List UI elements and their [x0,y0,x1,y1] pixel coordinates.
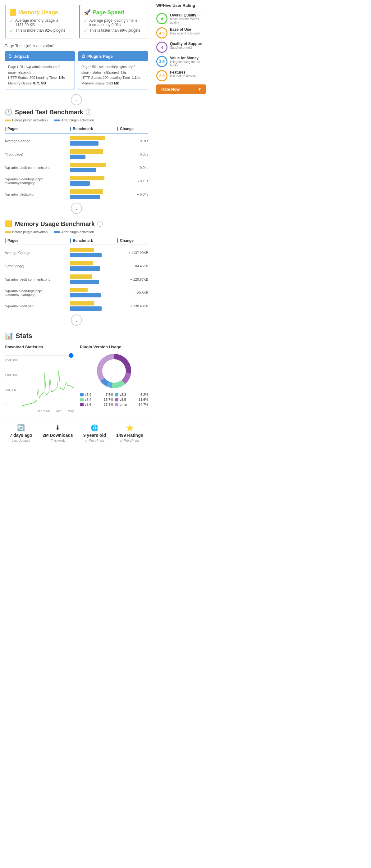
jetpack-header: 🗒 Jetpack [5,52,75,61]
rating-circle-features: 3.5 [156,70,168,81]
speedometer-icon: 🕐 [5,108,12,116]
jetpack-body: Page URL: /wp-admin/admin.php?page=jetpa… [5,61,75,89]
bench-bar-after [70,266,100,271]
memory-icon: 🟨 [10,9,17,16]
list-item: v7.9 7.5% [80,393,113,397]
speed-benchmark-rows: Average Change + 0.01s /(front page) - 0… [5,136,148,199]
bench-bar-after [70,280,99,284]
memory-usage-card: 🟨 Memory Usage ✓ Average memory usage is… [5,5,74,39]
bench-bars [70,189,114,199]
sidebar: WPHive User Rating 4 Overall Quality Mea… [153,0,209,452]
version-stats-title: Plugin Version Usage [80,345,148,349]
memory-yellow-dot [5,231,11,233]
bench-change-value: + 120.8KB [117,291,148,294]
check-icon-2: ✓ [10,28,13,33]
bench-change-value: - 0.19s [117,179,148,183]
bench-page-label: Average Change [5,139,67,143]
table-row: Average Change + 0.01s [5,136,148,146]
bench-bars [70,261,114,271]
version-pct: 5.2% [140,393,148,397]
download-stats-panel: Download Statistics 1,500,000 1,000,000 … [5,345,74,413]
bench-bar-after [70,141,98,146]
pages-col-header: Pages [5,127,67,131]
footer-icon-downloads: ⬇ [55,424,60,432]
speed-info-icon[interactable]: i [86,109,91,115]
stats-grid: Download Statistics 1,500,000 1,000,000 … [5,345,148,413]
bench-bar-after [70,195,100,199]
bench-bar-before [70,149,103,154]
expand-speed-button[interactable]: ⌄ [71,203,82,214]
list-item: v8.5 11.6% [115,398,148,401]
rating-circle-overall: 4 [156,13,168,24]
footer-icon-updated: 🔄 [17,424,25,432]
sidebar-ratings: 4 Overall Quality Measures the overall q… [156,13,206,81]
speed-icon: 🚀 [84,9,91,16]
table-row: /wp-admin/edit-comments.php - 0.04s [5,163,148,172]
rating-label-features: Features [170,70,196,74]
footer-value-updated: 7 days ago [10,433,32,438]
download-stats-title: Download Statistics [5,345,74,349]
bench-change-value: - 0.38s [117,152,148,156]
bench-bars [70,288,114,298]
table-row: / (front page) + 84.46KB [5,261,148,271]
bench-bar-after [70,168,96,172]
version-label: v7.9 [85,393,91,397]
stats-section: 📊 Stats Download Statistics 1,500,000 1,… [5,332,148,413]
speed-benchmark-section: 🕐 Speed Test Benchmark i Before plugin a… [5,108,148,214]
speed-stat-2: ✓ This is faster than 99% plugins [84,28,144,33]
bench-page-label: /(front page) [5,152,67,156]
list-item: v8.3 5.2% [115,393,148,397]
page-speed-card: 🚀 Page Speed ✓ Average page loading time… [79,5,148,39]
rating-circle-ease: 4.5 [156,27,168,38]
page-tests-label: Page Tests (after activation) [5,43,148,48]
footer-stats: 🔄 7 days ago Last Updated ⬇ 2M Downloads… [5,419,148,447]
rate-now-button[interactable]: Rate Now ▾ [156,85,206,94]
bench-bar-after [70,155,85,159]
version-label: v8.3 [120,393,126,397]
check-icon-4: ✓ [84,28,88,33]
rating-label-support: Quality of Support [170,41,203,46]
chart-range-slider[interactable] [5,355,74,356]
bench-bar-before [70,248,94,252]
footer-label-age: on WordPress [85,439,105,442]
bench-bar-before [70,163,106,167]
bench-page-label: /wp-admin/edit-tags.php?taxonomy=categor… [5,289,67,297]
version-pct: 34.7% [139,403,148,406]
x-label-mar: Mar [56,409,61,413]
list-item: other 34.7% [115,403,148,406]
rating-item-overall: 4 Overall Quality Measures the overall q… [156,13,206,24]
bench-change-value: + 0.01s [117,139,148,143]
speed-stat-1: ✓ Average page loading time is increased… [84,18,144,27]
bench-page-label: Average Change [5,251,67,254]
footer-stat-updated: 🔄 7 days ago Last Updated [10,424,32,442]
bench-bars [70,163,114,172]
page-speed-title: 🚀 Page Speed [84,9,144,16]
plugins-header: 🗒 Plugins Page [78,52,148,61]
donut-chart-container [80,352,148,390]
rating-item-value: 3.5 Value for Money Is it good bang for … [156,56,206,67]
bench-change-value: + 120.67KB [117,278,148,281]
bench-bars [70,274,114,284]
version-pct: 7.5% [106,393,113,397]
version-legend: v7.9 7.5% v8.3 5.2% v8.4 13.7% v8.5 11.6… [80,393,148,406]
rating-circle-value: 3.5 [156,56,168,67]
memory-info-icon[interactable]: i [97,221,103,227]
stats-icon: 📊 [5,332,13,340]
table-row: /wp-admin/edit.php + 130.48KB [5,301,148,311]
expand-memory-button[interactable]: ⌄ [71,314,82,326]
bench-change-value: + 84.46KB [117,264,148,268]
footer-stat-age: 🌐 9 years old on WordPress [83,424,106,442]
footer-label-updated: Last Updated [12,439,30,442]
bench-bar-after [70,253,102,257]
version-pct: 11.6% [139,398,148,401]
footer-value-downloads: 2M Downloads [42,433,73,438]
expand-page-tests-button[interactable]: ⌄ [71,94,82,105]
x-label-may: May [68,409,74,413]
bench-change-value: + 1137.99KB [117,251,148,254]
y-label-3: 500,000 [5,389,16,392]
bench-bar-before [70,288,88,292]
bench-bar-after [70,181,90,186]
download-chart-svg [22,358,74,407]
version-color-swatch [115,403,118,406]
rating-desc-support: Satisfied or not? [170,46,203,49]
